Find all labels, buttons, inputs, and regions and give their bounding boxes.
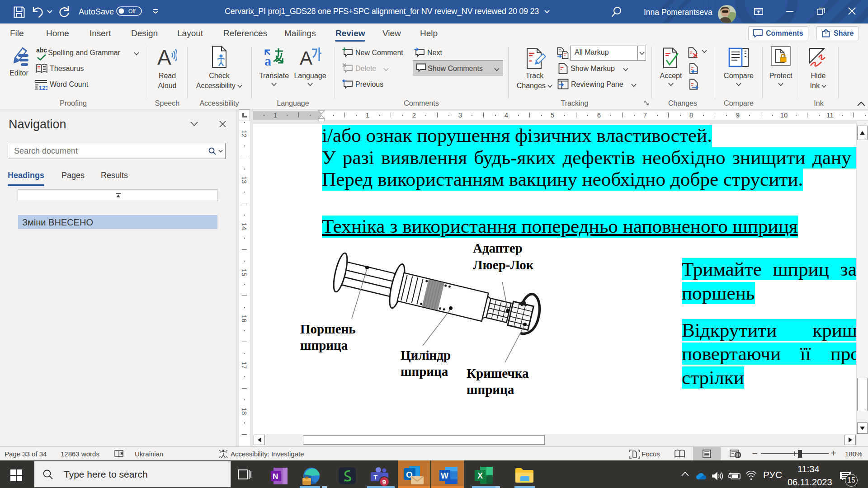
svg-text:A: A — [300, 47, 312, 67]
svg-text:X: X — [477, 471, 483, 480]
svg-text:T: T — [373, 473, 377, 481]
svg-text:9: 9 — [382, 478, 386, 486]
svg-text:N: N — [273, 472, 278, 481]
svg-text:W: W — [441, 471, 448, 480]
svg-text:Off: Off — [128, 8, 136, 14]
svg-text:a: a — [264, 53, 271, 67]
svg-text:123: 123 — [39, 84, 47, 91]
svg-text:A: A — [157, 47, 171, 67]
